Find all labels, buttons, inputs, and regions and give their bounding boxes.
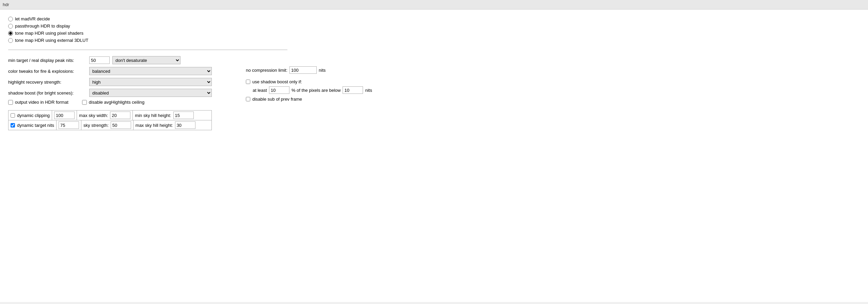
dynamic-clipping-cell: dynamic clipping xyxy=(9,111,52,120)
min-sky-hill-label: min sky hill height: xyxy=(135,113,171,118)
table-outer: dynamic clipping max sky width: min sky … xyxy=(8,110,212,130)
radio-label-2: passthrough HDR to display xyxy=(15,23,70,29)
radio-input-2[interactable] xyxy=(8,24,13,29)
max-sky-hill-cell: max sky hill height: xyxy=(133,120,198,130)
min-target-label: min target / real display peak nits: xyxy=(8,58,86,63)
min-sky-hill-cell: min sky hill height: xyxy=(133,111,195,120)
sky-strength-cell: sky strength: xyxy=(81,120,133,130)
divider xyxy=(8,50,287,50)
radio-item-4[interactable]: tone map HDR using external 3DLUT xyxy=(8,38,860,43)
min-target-input[interactable] xyxy=(89,56,110,64)
disable-sub-checkbox[interactable] xyxy=(246,97,250,101)
shadow-boost-label: shadow boost (for bright scenes): xyxy=(8,90,86,96)
dynamic-target-cell: dynamic target nits xyxy=(9,120,57,130)
radio-label-4: tone map HDR using external 3DLUT xyxy=(15,38,88,43)
main-content: let madVR decide passthrough HDR to disp… xyxy=(0,10,868,302)
radio-label-1: let madVR decide xyxy=(15,16,50,21)
disable-avg-checkbox-row[interactable]: disable avgHighlights ceiling xyxy=(82,100,144,105)
dynamic-target-checkbox[interactable] xyxy=(11,123,15,128)
radio-item-1[interactable]: let madVR decide xyxy=(8,16,860,21)
shadow-boost-select[interactable]: disabled low medium high xyxy=(89,89,212,97)
radio-input-4[interactable] xyxy=(8,38,13,43)
no-compression-unit: nits xyxy=(319,68,326,73)
max-sky-width-label: max sky width: xyxy=(79,113,108,118)
shadow-boost-row: shadow boost (for bright scenes): disabl… xyxy=(8,89,212,97)
left-panel: min target / real display peak nits: don… xyxy=(8,56,212,130)
max-sky-hill-label: max sky hill height: xyxy=(136,123,173,128)
max-sky-hill-input[interactable] xyxy=(175,121,195,129)
pixels-unit: nits xyxy=(365,88,372,93)
min-sky-hill-input[interactable] xyxy=(173,112,194,119)
color-tweaks-select[interactable]: balanced slightly boosted moderately boo… xyxy=(89,67,212,75)
title-label: hdr xyxy=(3,2,9,7)
at-least-row: at least % of the pixels are below nits xyxy=(253,86,372,94)
max-sky-width-cell: max sky width: xyxy=(77,111,133,120)
max-sky-width-input[interactable] xyxy=(110,112,130,119)
min-target-row: min target / real display peak nits: don… xyxy=(8,56,212,64)
pixels-input[interactable] xyxy=(343,86,363,94)
radio-label-3: tone map HDR using pixel shaders xyxy=(15,31,83,36)
right-panel: no compression limit: nits use shadow bo… xyxy=(246,56,372,130)
output-hdr-label: output video in HDR format xyxy=(15,100,68,105)
dynamic-clipping-value-cell xyxy=(52,111,77,120)
sky-strength-label: sky strength: xyxy=(83,123,109,128)
settings-area: min target / real display peak nits: don… xyxy=(8,56,860,130)
dynamic-target-value-cell xyxy=(57,120,81,130)
radio-input-1[interactable] xyxy=(8,17,13,21)
at-least-label: at least xyxy=(253,88,267,93)
dynamic-target-label: dynamic target nits xyxy=(17,123,54,128)
table-row-2: dynamic target nits sky strength: max sk… xyxy=(9,120,211,130)
dynamic-clipping-input[interactable] xyxy=(54,112,75,119)
pixels-label: % of the pixels are below xyxy=(291,88,341,93)
output-hdr-checkbox-row[interactable]: output video in HDR format xyxy=(8,100,68,105)
radio-item-2[interactable]: passthrough HDR to display xyxy=(8,23,860,29)
highlight-recovery-row: highlight recovery strength: high medium… xyxy=(8,78,212,86)
shadow-boost-only-checkbox[interactable] xyxy=(246,80,250,84)
color-tweaks-label: color tweaks for fire & explosions: xyxy=(8,69,86,74)
dont-desaturate-select[interactable]: don't desaturate desaturate slightly des… xyxy=(112,56,180,64)
disable-sub-row: disable sub of prev frame xyxy=(246,97,372,102)
shadow-boost-only-label: use shadow boost only if: xyxy=(252,79,302,84)
highlight-recovery-select[interactable]: high medium low disabled xyxy=(89,78,212,86)
radio-input-3[interactable] xyxy=(8,31,13,36)
highlight-recovery-label: highlight recovery strength: xyxy=(8,80,86,85)
title-bar: hdr xyxy=(0,0,868,10)
disable-sub-label: disable sub of prev frame xyxy=(252,97,302,102)
disable-avg-checkbox[interactable] xyxy=(82,100,87,105)
no-compression-row: no compression limit: nits xyxy=(246,66,372,74)
at-least-input[interactable] xyxy=(269,86,289,94)
output-hdr-checkbox[interactable] xyxy=(8,100,13,105)
dynamic-target-input[interactable] xyxy=(59,121,79,129)
radio-item-3[interactable]: tone map HDR using pixel shaders xyxy=(8,31,860,36)
disable-avg-label: disable avgHighlights ceiling xyxy=(89,100,144,105)
dynamic-clipping-checkbox[interactable] xyxy=(11,113,15,118)
no-compression-input[interactable] xyxy=(289,66,317,74)
shadow-boost-only-row: use shadow boost only if: xyxy=(246,79,372,84)
table-row-1: dynamic clipping max sky width: min sky … xyxy=(9,111,211,120)
no-compression-label: no compression limit: xyxy=(246,68,287,73)
sky-strength-input[interactable] xyxy=(111,121,131,129)
color-tweaks-row: color tweaks for fire & explosions: bala… xyxy=(8,67,212,75)
shadow-boost-section: use shadow boost only if: at least % of … xyxy=(246,79,372,94)
dynamic-clipping-label: dynamic clipping xyxy=(17,113,50,118)
radio-group: let madVR decide passthrough HDR to disp… xyxy=(8,16,860,43)
